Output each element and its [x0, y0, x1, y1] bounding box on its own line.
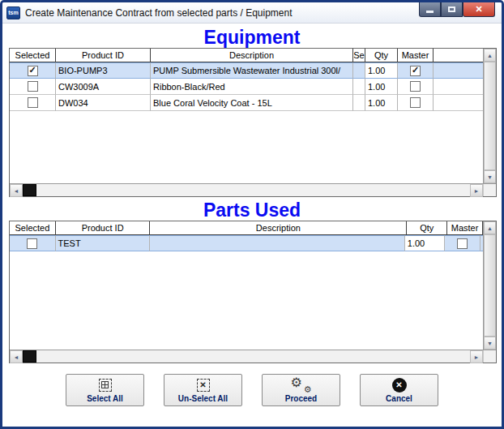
scroll-down-button[interactable]: ▼: [484, 170, 496, 183]
close-icon: ✕: [475, 4, 482, 15]
check-icon: ✓: [412, 66, 419, 75]
column-header-master[interactable]: Master: [398, 49, 434, 62]
parts-header-row: Selected Product ID Description Qty Mast…: [10, 221, 483, 235]
description-cell[interactable]: Blue Coral Velocity Coat - 15L: [151, 95, 353, 111]
master-checkbox[interactable]: ✓: [457, 238, 468, 249]
selected-checkbox[interactable]: ✓: [28, 66, 38, 76]
master-cell[interactable]: ✓: [398, 62, 434, 79]
scrollbar-track[interactable]: [36, 350, 470, 363]
master-checkbox[interactable]: ✓: [410, 66, 421, 76]
column-header-master[interactable]: Master: [447, 221, 483, 235]
selected-checkbox[interactable]: ✓: [28, 97, 38, 108]
app-icon: tsm: [6, 6, 20, 19]
scroll-up-button[interactable]: ▲: [484, 221, 496, 234]
title-bar[interactable]: tsm Create Maintenance Contract from sel…: [2, 2, 502, 24]
column-header-product-id[interactable]: Product ID: [56, 221, 151, 235]
equipment-header-row: Selected Product ID Description Se Qty M…: [10, 49, 483, 62]
column-header-description[interactable]: Description: [151, 49, 353, 62]
close-button[interactable]: ✕: [463, 2, 495, 17]
window-controls: ✕: [419, 2, 495, 17]
serial-cell[interactable]: [353, 62, 365, 79]
scroll-left-button[interactable]: ◄: [10, 350, 23, 363]
filler-cell: [434, 62, 483, 79]
scroll-down-button[interactable]: ▼: [484, 337, 496, 350]
filler-cell: [434, 79, 483, 95]
button-bar: Select All ✕ Un-Select All ⚙⚙ Proceed ✕ …: [2, 374, 502, 406]
description-cell[interactable]: PUMP Submersible Wastewater Industrial 3…: [151, 62, 353, 79]
vertical-scrollbar[interactable]: ▲ ▼: [483, 49, 496, 183]
scroll-left-button[interactable]: ◄: [10, 184, 23, 197]
parts-used-heading: Parts Used: [2, 199, 502, 221]
scrollbar-corner: [483, 350, 496, 363]
qty-cell[interactable]: 1.00: [365, 95, 398, 111]
master-checkbox[interactable]: ✓: [410, 97, 421, 108]
minimize-button[interactable]: [419, 2, 441, 17]
product-id-cell[interactable]: CW3009A: [56, 79, 151, 95]
unselect-all-icon: ✕: [197, 379, 210, 392]
scrollbar-thumb[interactable]: [484, 62, 496, 170]
table-row[interactable]: ✓ CW3009A Ribbon-Black/Red 1.00 ✓: [10, 79, 483, 95]
table-row[interactable]: ✓ BIO-PUMP3 PUMP Submersible Wastewater …: [10, 62, 483, 79]
description-cell[interactable]: Ribbon-Black/Red: [151, 79, 353, 95]
column-header-qty[interactable]: Qty: [407, 221, 447, 235]
vertical-scrollbar[interactable]: ▲ ▼: [483, 221, 496, 350]
product-id-cell[interactable]: BIO-PUMP3: [56, 62, 151, 79]
gears-icon: ⚙⚙: [292, 377, 311, 393]
filler-cell: [434, 95, 483, 111]
qty-cell[interactable]: 1.00: [405, 235, 446, 251]
selected-cell[interactable]: ✓: [10, 95, 56, 111]
select-all-button[interactable]: Select All: [66, 374, 144, 406]
column-header-description[interactable]: Description: [150, 221, 407, 235]
selected-cell[interactable]: ✓: [10, 235, 56, 251]
scrollbar-thumb[interactable]: [23, 184, 36, 196]
check-icon: ✓: [28, 66, 36, 75]
x-icon: ✕: [395, 380, 402, 389]
select-all-label: Select All: [87, 394, 123, 403]
description-cell[interactable]: [150, 235, 405, 251]
left-arrow-icon: ◄: [14, 354, 19, 360]
gear-icon: ⚙: [304, 384, 312, 395]
maximize-icon: [448, 6, 455, 12]
master-cell[interactable]: ✓: [398, 79, 434, 95]
horizontal-scrollbar[interactable]: ◄ ►: [10, 184, 483, 196]
horizontal-scrollbar[interactable]: ◄ ►: [10, 350, 483, 363]
cancel-icon: ✕: [392, 378, 407, 393]
cancel-button[interactable]: ✕ Cancel: [360, 374, 438, 406]
table-row[interactable]: ✓ TEST 1.00 ✓: [10, 235, 483, 251]
serial-cell[interactable]: [353, 95, 365, 111]
up-arrow-icon: ▲: [487, 225, 493, 231]
scroll-right-button[interactable]: ►: [470, 350, 483, 363]
unselect-all-button[interactable]: ✕ Un-Select All: [164, 374, 242, 406]
proceed-label: Proceed: [285, 394, 317, 403]
column-header-filler: [434, 49, 483, 62]
scrollbar-thumb[interactable]: [23, 350, 36, 363]
product-id-cell[interactable]: DW034: [56, 95, 151, 111]
master-checkbox[interactable]: ✓: [410, 81, 421, 92]
column-header-selected[interactable]: Selected: [10, 49, 56, 62]
selected-cell[interactable]: ✓: [10, 62, 56, 79]
qty-cell[interactable]: 1.00: [365, 79, 398, 95]
column-header-product-id[interactable]: Product ID: [56, 49, 151, 62]
proceed-button[interactable]: ⚙⚙ Proceed: [262, 374, 340, 406]
product-id-cell[interactable]: TEST: [56, 235, 150, 251]
column-header-serial[interactable]: Se: [353, 49, 365, 62]
right-arrow-icon: ►: [474, 354, 480, 360]
master-cell[interactable]: ✓: [445, 235, 481, 251]
scroll-up-button[interactable]: ▲: [484, 49, 496, 62]
scrollbar-track[interactable]: [36, 184, 470, 196]
column-header-qty[interactable]: Qty: [365, 49, 398, 62]
scrollbar-thumb[interactable]: [484, 234, 496, 337]
right-arrow-icon: ►: [474, 188, 480, 194]
master-cell[interactable]: ✓: [398, 95, 434, 111]
scroll-right-button[interactable]: ►: [470, 184, 483, 197]
qty-cell[interactable]: 1.00: [365, 62, 398, 79]
equipment-grid: Selected Product ID Description Se Qty M…: [9, 48, 497, 197]
selected-cell[interactable]: ✓: [10, 79, 56, 95]
maximize-button[interactable]: [441, 2, 463, 17]
equipment-heading: Equipment: [2, 27, 502, 48]
serial-cell[interactable]: [353, 79, 365, 95]
selected-checkbox[interactable]: ✓: [28, 81, 38, 92]
column-header-selected[interactable]: Selected: [10, 221, 56, 235]
table-row[interactable]: ✓ DW034 Blue Coral Velocity Coat - 15L 1…: [10, 95, 483, 111]
selected-checkbox[interactable]: ✓: [27, 238, 37, 249]
